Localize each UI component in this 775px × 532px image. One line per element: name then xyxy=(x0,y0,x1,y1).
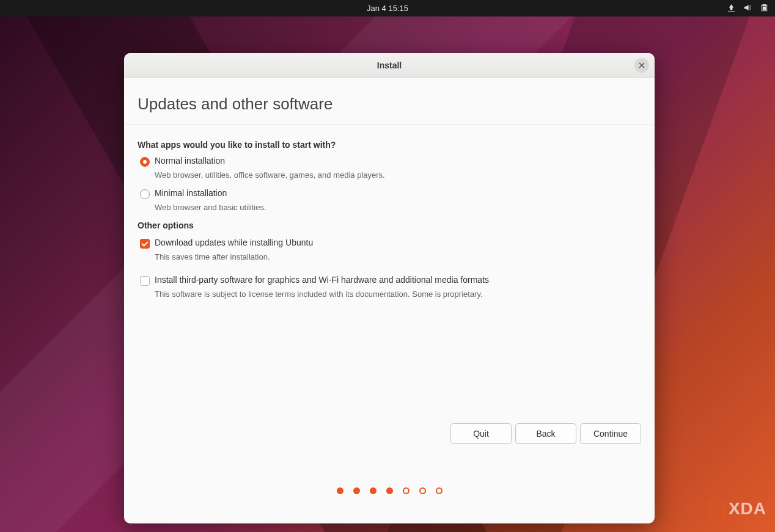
battery-icon[interactable] xyxy=(760,3,769,14)
progress-dot xyxy=(370,487,376,494)
progress-dots xyxy=(124,487,655,494)
back-button[interactable]: Back xyxy=(515,423,576,444)
close-button[interactable] xyxy=(634,58,649,73)
volume-icon[interactable] xyxy=(743,3,752,14)
radio-label: Normal installation xyxy=(155,156,225,166)
watermark-text: XDA xyxy=(729,499,766,519)
installer-window: Install Updates and other software What … xyxy=(124,53,655,523)
checkbox-download-updates-desc: This saves time after installation. xyxy=(155,252,641,261)
other-options-heading: Other options xyxy=(138,220,641,230)
radio-minimal-install[interactable]: Minimal installation xyxy=(140,188,641,199)
checkbox-third-party-desc: This software is subject to license term… xyxy=(155,290,641,299)
progress-dot xyxy=(386,487,393,494)
radio-icon xyxy=(140,189,150,199)
top-bar: Jan 4 15:15 xyxy=(0,0,775,16)
progress-dot xyxy=(436,487,443,494)
radio-icon xyxy=(140,157,150,167)
desktop-background: Jan 4 15:15 Install Updates and other so… xyxy=(0,0,775,532)
svg-rect-0 xyxy=(763,6,766,10)
clock[interactable]: Jan 4 15:15 xyxy=(367,4,408,13)
xda-watermark: [ ] XDA xyxy=(708,499,766,519)
installer-content: Updates and other software What apps wou… xyxy=(124,78,655,523)
progress-dot xyxy=(403,487,410,494)
quit-button[interactable]: Quit xyxy=(450,423,512,444)
radio-normal-install[interactable]: Normal installation xyxy=(140,156,641,167)
checkbox-icon xyxy=(140,276,150,286)
close-icon xyxy=(639,60,645,71)
system-tray[interactable] xyxy=(727,0,769,16)
checkbox-label: Download updates while installing Ubuntu xyxy=(155,238,313,247)
window-title: Install xyxy=(377,60,402,70)
button-row: Quit Back Continue xyxy=(450,423,641,444)
checkbox-label: Install third-party software for graphic… xyxy=(155,275,489,285)
bracket-icon: [ ] xyxy=(708,499,725,519)
progress-dot xyxy=(353,487,360,494)
checkbox-download-updates[interactable]: Download updates while installing Ubuntu xyxy=(140,238,641,249)
radio-minimal-desc: Web browser and basic utilities. xyxy=(155,203,641,212)
radio-label: Minimal installation xyxy=(155,188,227,198)
radio-normal-desc: Web browser, utilities, office software,… xyxy=(155,170,641,180)
progress-dot xyxy=(419,487,426,494)
page-heading: Updates and other software xyxy=(124,78,655,125)
network-icon[interactable] xyxy=(727,3,736,14)
checkbox-third-party[interactable]: Install third-party software for graphic… xyxy=(140,275,641,286)
window-titlebar: Install xyxy=(124,53,655,78)
install-question: What apps would you like to install to s… xyxy=(138,140,641,150)
progress-dot xyxy=(337,487,343,494)
continue-button[interactable]: Continue xyxy=(580,423,641,444)
checkbox-icon xyxy=(140,239,150,249)
